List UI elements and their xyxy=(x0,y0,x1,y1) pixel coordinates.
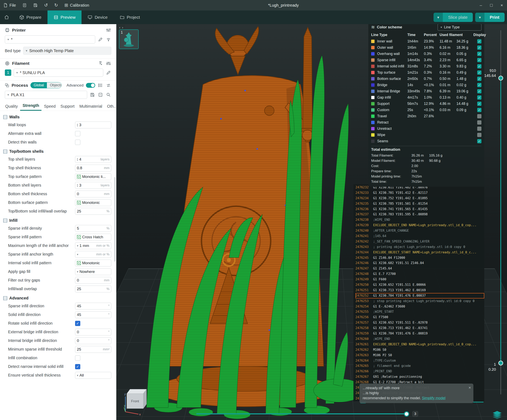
tab-support[interactable]: Support xyxy=(58,102,77,111)
process-scope-toggle[interactable]: Global Objects xyxy=(30,82,62,88)
tab-strength[interactable]: Strength xyxy=(20,101,42,111)
tab-project[interactable]: Project xyxy=(114,10,146,24)
param-spinner[interactable]: ▴▾3 xyxy=(75,122,111,128)
simplify-model-link[interactable]: Simplify model xyxy=(422,396,445,400)
param-pattern[interactable]: Cross Hatch xyxy=(75,234,111,240)
tab-others[interactable]: Oth... xyxy=(105,102,116,111)
compare-presets-button[interactable] xyxy=(106,83,111,88)
advanced-toggle[interactable] xyxy=(86,83,95,88)
tab-speed[interactable]: Speed xyxy=(42,102,58,111)
process-preset-select[interactable]: ▾ PLA X1 xyxy=(5,91,87,99)
spinner-arrows[interactable]: ▴▾ xyxy=(77,123,78,127)
printer-preset-select[interactable]: ▾ * xyxy=(5,35,95,43)
plate-thumbnail[interactable]: 1 xyxy=(119,29,139,49)
display-checkbox[interactable]: ✓ xyxy=(477,64,481,68)
file-menu[interactable]: File xyxy=(0,0,19,10)
sidebar-scrollbar[interactable] xyxy=(114,177,116,262)
move-slider-handle[interactable] xyxy=(404,411,409,417)
display-checkbox[interactable] xyxy=(477,120,481,125)
search-settings-button[interactable] xyxy=(106,92,111,98)
param-input[interactable]: 25% xyxy=(75,208,111,215)
param-select[interactable]: ▾mm or % xyxy=(75,251,111,258)
layer-slider-bottom-handle[interactable] xyxy=(498,361,503,365)
gcode-viewer[interactable]: 2476232G1 X230.611 Y191.482 E-.009762476… xyxy=(353,184,484,401)
printer-settings-button[interactable] xyxy=(106,27,111,33)
display-checkbox[interactable]: ✓ xyxy=(477,89,481,93)
home-button[interactable] xyxy=(0,10,13,24)
slice-dropdown-chevron-icon[interactable]: ▾ xyxy=(434,13,443,22)
param-checkbox[interactable]: ✓ xyxy=(75,321,80,326)
printer-wifi-button[interactable] xyxy=(106,37,111,42)
edit-printer-button[interactable] xyxy=(98,37,103,42)
param-input[interactable]: 0mm xyxy=(75,191,111,197)
param-pattern[interactable]: Monotonic xyxy=(75,199,111,206)
param-input[interactable]: 0mm xyxy=(75,277,111,284)
display-checkbox[interactable]: ✓ xyxy=(477,52,481,56)
param-checkbox[interactable] xyxy=(75,355,80,361)
param-input[interactable]: 0.8mm xyxy=(75,165,111,171)
param-list-button[interactable] xyxy=(98,83,103,88)
filament-preset-select[interactable]: ▾ * SUNLU PLA xyxy=(14,69,103,77)
color-scheme-select[interactable]: ▾ Line Type xyxy=(437,24,481,31)
param-input[interactable]: 0° xyxy=(75,329,111,336)
print-dropdown-chevron-icon[interactable]: ▾ xyxy=(475,13,485,22)
redo-button[interactable]: ↻ xyxy=(51,0,61,10)
undo-button[interactable]: ↺ xyxy=(41,0,51,10)
tab-device[interactable]: Device xyxy=(82,10,113,24)
param-checkbox[interactable] xyxy=(75,140,80,145)
slice-plate-button[interactable]: ▾ Slice plate xyxy=(434,13,473,22)
add-filament-button[interactable] xyxy=(98,61,103,66)
filament-settings-button[interactable] xyxy=(106,61,111,66)
close-button[interactable]: × xyxy=(497,0,507,10)
save-preset-button[interactable] xyxy=(90,92,95,98)
minimize-button[interactable]: – xyxy=(476,0,486,10)
move-slider-track[interactable] xyxy=(196,413,408,414)
param-input[interactable]: 25% xyxy=(75,286,111,292)
param-select[interactable]: ▾Nowhere xyxy=(75,268,111,275)
param-pattern[interactable]: Monotonic xyxy=(75,260,111,266)
spinner-arrows[interactable]: ▴▾ xyxy=(77,158,78,161)
layer-slider-top-handle[interactable] xyxy=(498,76,503,80)
tab-prepare[interactable]: Prepare xyxy=(13,10,48,24)
spinner-arrows[interactable]: ▴▾ xyxy=(77,183,78,187)
layers-view-button[interactable] xyxy=(492,411,502,419)
param-input[interactable]: 25mm² xyxy=(75,346,111,353)
delete-preset-button[interactable] xyxy=(98,92,103,98)
filament-slot-badge[interactable]: 1 xyxy=(5,70,11,76)
display-checkbox[interactable] xyxy=(477,114,481,118)
spin-down-icon[interactable]: ▾ xyxy=(77,125,78,127)
param-pattern[interactable]: Monotonic li... xyxy=(75,173,111,180)
print-button[interactable]: ▾ Print xyxy=(475,13,505,22)
param-spinner[interactable]: ▴▾3layers xyxy=(75,182,111,189)
display-checkbox[interactable]: ✓ xyxy=(477,83,481,87)
display-checkbox[interactable]: ✓ xyxy=(477,45,481,50)
view-cube[interactable]: Front z y x xyxy=(124,388,154,416)
display-checkbox[interactable]: ✓ xyxy=(477,58,481,62)
tab-quality[interactable]: Quality xyxy=(3,102,20,111)
maximize-button[interactable]: □ xyxy=(486,0,497,10)
param-checkbox[interactable] xyxy=(75,131,80,136)
param-input[interactable]: 45° xyxy=(75,303,111,309)
process-objects-option[interactable]: Objects xyxy=(47,82,62,88)
display-checkbox[interactable]: ✓ xyxy=(477,108,481,112)
display-checkbox[interactable]: ✓ xyxy=(477,39,481,43)
tooltip-close-icon[interactable]: × xyxy=(469,385,471,390)
display-checkbox[interactable]: ✓ xyxy=(477,102,481,106)
save-button[interactable] xyxy=(30,0,41,10)
tab-preview[interactable]: Preview xyxy=(48,10,82,24)
param-select[interactable]: ▾1 mmmm or % xyxy=(75,242,111,249)
param-input[interactable]: 0° xyxy=(75,337,111,344)
process-global-option[interactable]: Global xyxy=(31,82,47,88)
param-input[interactable]: 45° xyxy=(75,311,111,318)
spin-down-icon[interactable]: ▾ xyxy=(77,185,78,187)
bed-type-select[interactable]: ▾ Smooth High Temp Plate xyxy=(23,47,111,55)
edit-filament-button[interactable] xyxy=(106,70,111,76)
param-select[interactable]: ▾All xyxy=(75,372,111,379)
display-checkbox[interactable]: ✓ xyxy=(477,95,481,100)
tab-multimaterial[interactable]: Multimaterial xyxy=(77,102,105,111)
display-checkbox[interactable] xyxy=(477,126,481,131)
spin-down-icon[interactable]: ▾ xyxy=(77,159,78,161)
param-checkbox[interactable]: ✓ xyxy=(75,364,80,369)
display-checkbox[interactable] xyxy=(477,133,481,137)
notebook-button[interactable] xyxy=(19,0,30,10)
